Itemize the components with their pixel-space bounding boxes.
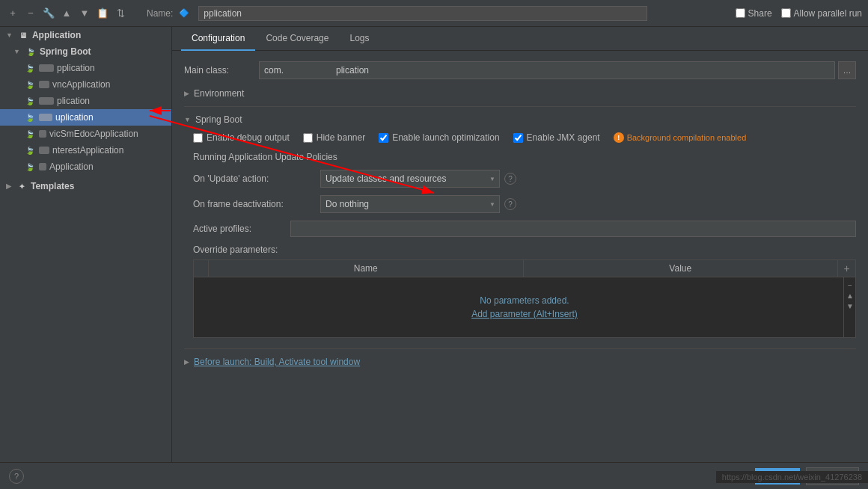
tab-code-coverage[interactable]: Code Coverage (255, 27, 339, 51)
spring-boot-section-header[interactable]: ▼ Spring Boot (184, 114, 856, 125)
params-col-checkbox (194, 260, 209, 277)
help-button[interactable]: ? (9, 469, 24, 484)
enable-jmx-option[interactable]: Enable JMX agent (513, 132, 600, 143)
override-params-label: Override parameters: (193, 244, 856, 255)
params-col-name-header: Name (209, 260, 524, 277)
before-launch-header[interactable]: ▶ Before launch: Build, Activate tool wi… (184, 357, 856, 367)
app4-label: uplication (55, 112, 165, 123)
app4-icon: 🍃 (24, 111, 36, 123)
copy-icon[interactable]: 📋 (96, 7, 109, 20)
app5-label: vicSmEdocApplication (49, 129, 165, 139)
before-launch-arrow-icon: ▶ (184, 358, 189, 366)
params-scroll-down-icon[interactable]: ▲ (846, 291, 855, 300)
add-param-link[interactable]: Add parameter (Alt+Insert) (471, 309, 578, 319)
params-body: No parameters added. Add parameter (Alt+… (194, 277, 855, 337)
background-compilation-text: Background compilation enabled (627, 133, 747, 142)
sidebar-item-spring-boot-group[interactable]: ▼ 🍃 Spring Boot (0, 43, 171, 60)
params-table-header: Name Value + (194, 260, 855, 277)
main-class-row: Main class: … (184, 61, 856, 79)
share-checkbox-item[interactable]: Share (736, 8, 772, 19)
content-area: Configuration Code Coverage Logs Main cl… (172, 27, 868, 462)
enable-launch-option[interactable]: Enable launch optimization (379, 132, 499, 143)
up-icon[interactable]: ▲ (60, 7, 73, 20)
main-class-browse-button[interactable]: … (838, 61, 856, 79)
application-group-icon: 🖥 (17, 29, 29, 41)
app1-label: pplication (57, 63, 165, 73)
background-compilation-badge: ! Background compilation enabled (614, 132, 747, 143)
name-input[interactable] (198, 6, 647, 21)
active-profiles-label: Active profiles: (193, 224, 283, 234)
hide-banner-label: Hide banner (317, 132, 365, 143)
on-update-select-wrap: Update classes and resources Do nothing … (320, 170, 516, 188)
on-update-row: On 'Update' action: Update classes and r… (184, 170, 856, 188)
watermark: https://blog.csdn.net/weixin_41276238 (716, 471, 868, 483)
app6-icon: 🍃 (24, 144, 36, 156)
allow-parallel-label: Allow parallel run (794, 8, 862, 19)
enable-launch-label: Enable launch optimization (392, 132, 499, 143)
environment-section: ▶ Environment (184, 88, 856, 99)
sidebar-item-app1[interactable]: 🍃 pplication (0, 60, 171, 76)
sidebar-item-templates-group[interactable]: ▶ ✦ Templates (0, 178, 171, 194)
enable-debug-option[interactable]: Enable debug output (193, 132, 290, 143)
templates-icon: ✦ (16, 180, 28, 192)
on-frame-help-icon[interactable]: ? (504, 198, 516, 210)
before-launch-section: ▶ Before launch: Build, Activate tool wi… (184, 348, 856, 367)
on-frame-label: On frame deactivation: (193, 199, 313, 209)
sidebar-item-app5[interactable]: 🍃 vicSmEdocApplication (0, 126, 171, 142)
no-params-text: No parameters added. (480, 295, 569, 306)
sidebar-item-application-group[interactable]: ▼ 🖥 Application (0, 27, 171, 43)
active-profiles-row: Active profiles: (184, 221, 856, 237)
tab-configuration[interactable]: Configuration (181, 27, 255, 51)
on-frame-select-wrapper: Do nothing Update classes and resources … (320, 195, 500, 213)
add-icon[interactable]: + (6, 7, 19, 20)
sidebar-item-app7[interactable]: 🍃 Application (0, 159, 171, 175)
main-layout: ▼ 🖥 Application ▼ 🍃 Spring Boot 🍃 pplica… (0, 27, 868, 462)
enable-launch-checkbox[interactable] (379, 133, 388, 143)
on-frame-select[interactable]: Do nothing Update classes and resources … (320, 195, 500, 213)
tab-logs[interactable]: Logs (339, 27, 379, 51)
on-update-select[interactable]: Update classes and resources Do nothing … (320, 170, 500, 188)
environment-label: Environment (194, 88, 244, 99)
on-update-select-wrapper: Update classes and resources Do nothing … (320, 170, 500, 188)
before-launch-label: Before launch: Build, Activate tool wind… (194, 357, 360, 367)
allow-parallel-checkbox-item[interactable]: Allow parallel run (781, 8, 862, 19)
spring-boot-section-label: Spring Boot (195, 114, 242, 125)
sidebar-item-app6[interactable]: 🍃 nterestApplication (0, 142, 171, 159)
app3-label: plication (57, 96, 165, 106)
enable-jmx-checkbox[interactable] (513, 133, 523, 143)
spring-boot-arrow: ▼ (13, 48, 20, 55)
environment-header[interactable]: ▶ Environment (184, 88, 856, 99)
hide-banner-checkbox[interactable] (303, 133, 313, 143)
main-class-input[interactable] (259, 61, 835, 79)
allow-parallel-checkbox[interactable] (781, 8, 791, 18)
enable-debug-checkbox[interactable] (193, 133, 203, 143)
application-group-arrow: ▼ (6, 31, 13, 39)
params-add-button[interactable]: + (837, 260, 855, 277)
minus-icon[interactable]: − (24, 7, 37, 20)
settings-content: Main class: … ▶ Environment ▼ Spring Boo… (172, 51, 868, 462)
on-update-label: On 'Update' action: (193, 173, 313, 184)
templates-label: Templates (31, 181, 165, 191)
hide-banner-option[interactable]: Hide banner (303, 132, 365, 143)
name-area: Name: 🔷 (147, 6, 731, 21)
spring-boot-section-arrow-icon: ▼ (184, 116, 191, 123)
on-frame-select-wrap: Do nothing Update classes and resources … (320, 195, 516, 213)
templates-arrow: ▶ (6, 182, 11, 190)
down-icon[interactable]: ▼ (78, 7, 91, 20)
app7-label: Application (49, 162, 165, 172)
app6-label: nterestApplication (52, 145, 165, 156)
active-profiles-input[interactable] (290, 221, 856, 237)
settings-icon[interactable]: 🔧 (42, 7, 55, 20)
sidebar-item-app4[interactable]: 🍃 uplication ← (0, 109, 171, 126)
on-update-help-icon[interactable]: ? (504, 173, 516, 185)
params-scroll-up-icon[interactable]: − (846, 280, 855, 289)
sidebar-item-app3[interactable]: 🍃 plication (0, 93, 171, 109)
app3-icon: 🍃 (24, 95, 36, 107)
sort-icon[interactable]: ⇅ (114, 7, 127, 20)
name-icon: 🔷 (179, 8, 189, 18)
sidebar-item-app2[interactable]: 🍃 vncApplication (0, 76, 171, 93)
application-group-label: Application (32, 30, 165, 40)
params-scroll-down2-icon[interactable]: ▼ (846, 301, 855, 310)
share-checkbox[interactable] (736, 8, 745, 18)
override-section: Override parameters: Name Value + No par… (184, 244, 856, 338)
